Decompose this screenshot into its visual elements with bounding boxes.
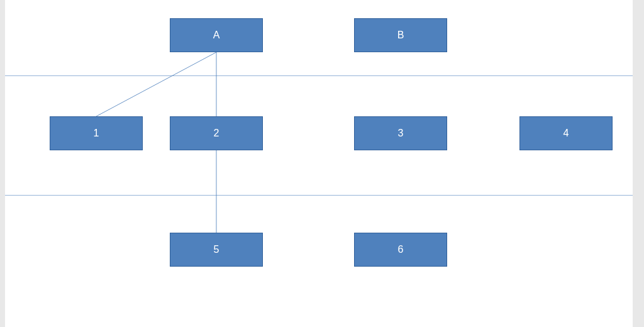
- connector-a-to-1: [96, 52, 216, 116]
- node-a[interactable]: A: [170, 18, 263, 52]
- row-divider-2: [5, 195, 633, 196]
- connectors-layer: [5, 0, 633, 327]
- node-1[interactable]: 1: [50, 116, 143, 150]
- row-divider-1: [5, 75, 633, 76]
- node-5-label: 5: [214, 244, 219, 255]
- node-1-label: 1: [94, 128, 99, 139]
- node-4-label: 4: [564, 128, 569, 139]
- node-4[interactable]: 4: [519, 116, 613, 150]
- node-2[interactable]: 2: [170, 116, 263, 150]
- node-5[interactable]: 5: [170, 233, 263, 267]
- node-3[interactable]: 3: [354, 116, 447, 150]
- document-page: A B 1 2 3 4 5 6: [5, 0, 633, 327]
- node-a-label: A: [213, 30, 220, 41]
- node-6-label: 6: [398, 244, 404, 255]
- node-2-label: 2: [214, 128, 219, 139]
- node-b-label: B: [397, 30, 404, 41]
- node-b[interactable]: B: [354, 18, 447, 52]
- node-3-label: 3: [398, 128, 404, 139]
- node-6[interactable]: 6: [354, 233, 447, 267]
